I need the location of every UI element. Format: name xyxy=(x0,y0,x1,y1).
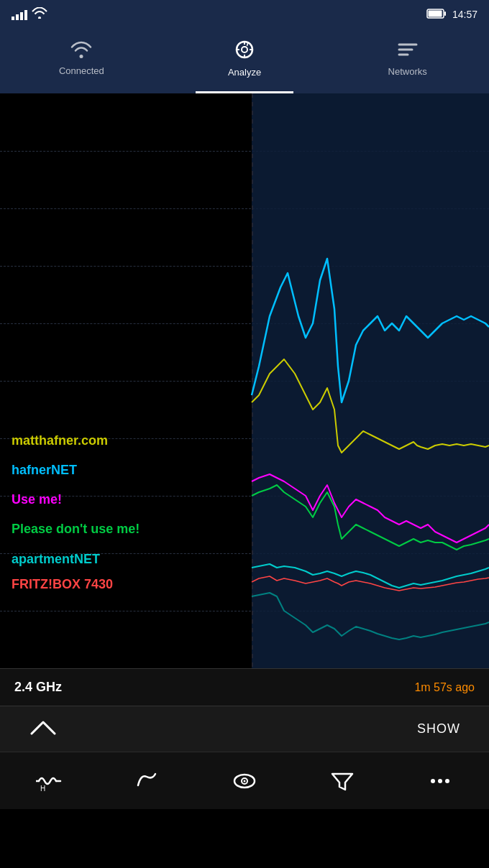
nav-more[interactable] xyxy=(419,760,462,803)
tab-analyze[interactable]: Analyze xyxy=(163,29,326,93)
status-right: 14:57 xyxy=(426,8,477,22)
nav-eye[interactable] xyxy=(223,760,266,803)
svg-marker-20 xyxy=(332,774,352,790)
signal-bars-icon xyxy=(12,9,27,20)
wifi-status-icon xyxy=(32,7,47,22)
bottom-status-bar: 2.4 GHz 1m 57s ago xyxy=(0,668,489,706)
tab-networks-label: Networks xyxy=(388,66,427,77)
chart-svg xyxy=(0,93,489,668)
svg-point-21 xyxy=(431,779,435,783)
nav-signal[interactable]: H xyxy=(27,760,70,803)
svg-point-23 xyxy=(445,779,449,783)
tab-networks[interactable]: Networks xyxy=(326,29,489,93)
svg-point-22 xyxy=(438,779,442,783)
svg-rect-2 xyxy=(444,11,446,16)
nav-wave[interactable] xyxy=(125,760,168,803)
analyze-tab-icon xyxy=(233,40,256,63)
nav-filter[interactable] xyxy=(321,760,364,803)
tab-connected[interactable]: Connected xyxy=(0,29,163,93)
tab-analyze-label: Analyze xyxy=(228,67,261,78)
svg-text:H: H xyxy=(40,785,45,793)
time-display: 14:57 xyxy=(452,9,477,20)
show-button[interactable]: SHOW xyxy=(417,721,460,737)
status-left xyxy=(12,7,47,22)
tab-bar: Connected Analyze Networks xyxy=(0,29,489,93)
bottom-nav: H xyxy=(0,752,489,809)
svg-rect-1 xyxy=(428,10,442,17)
chevron-bar: SHOW xyxy=(0,706,489,752)
battery-icon xyxy=(426,8,447,22)
chart-area: matthafner.com hafnerNET Use me! Please … xyxy=(0,93,489,668)
chevron-up-icon[interactable] xyxy=(29,718,58,741)
svg-point-4 xyxy=(242,47,247,52)
svg-rect-13 xyxy=(252,93,489,668)
tab-connected-label: Connected xyxy=(59,65,104,76)
time-ago-label: 1m 57s ago xyxy=(414,681,475,694)
svg-point-19 xyxy=(244,780,246,782)
status-bar: 14:57 xyxy=(0,0,489,29)
wifi-tab-icon xyxy=(70,41,93,61)
networks-tab-icon xyxy=(396,40,419,62)
frequency-label: 2.4 GHz xyxy=(14,680,414,695)
